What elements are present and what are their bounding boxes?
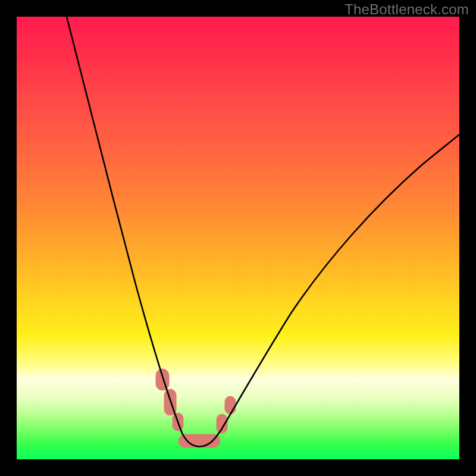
pink-marker-left-1 — [156, 369, 169, 390]
figure-root: TheBottleneck.com — [0, 0, 476, 476]
attribution-text: TheBottleneck.com — [345, 1, 469, 18]
pink-marker-right-2 — [225, 396, 236, 414]
plot-frame — [17, 17, 459, 459]
bottleneck-curve — [67, 17, 459, 446]
plot-svg — [17, 17, 459, 459]
pink-marker-group — [156, 369, 236, 447]
pink-trough-bar — [178, 434, 220, 447]
